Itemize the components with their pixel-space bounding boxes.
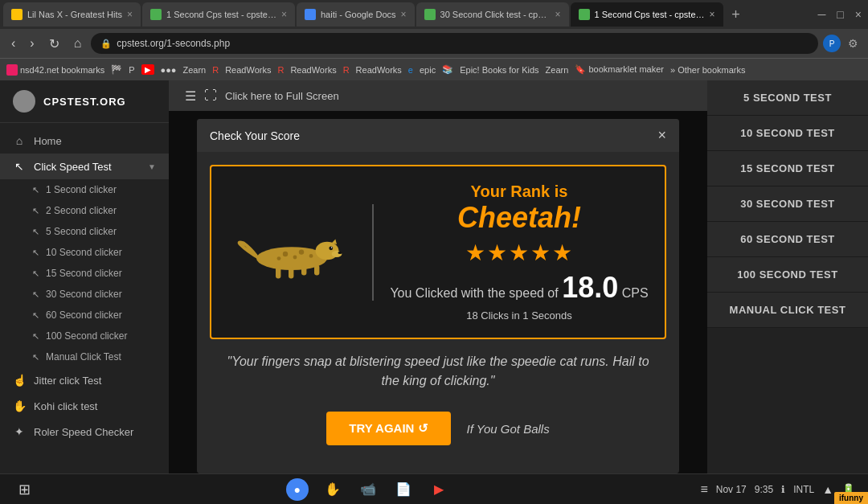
bookmark-bookmarklet[interactable]: 🔖 bookmarklet maker	[575, 64, 664, 75]
sidebar-subitem-10s[interactable]: ↖ 10 Second clicker	[0, 242, 169, 263]
new-tab-button[interactable]: +	[725, 3, 747, 26]
svg-point-10	[277, 256, 281, 260]
bookmark-epic-books-label[interactable]: Epic! Books for Kids	[460, 65, 538, 75]
sidebar-subitem-60s[interactable]: ↖ 60 Second clicker	[0, 305, 169, 326]
tab-4[interactable]: 30 Second Click test - cpstest... ×	[416, 2, 569, 27]
sidebar-subitem-5s[interactable]: ↖ 5 Second clicker	[0, 221, 169, 242]
expand-icon: ▼	[148, 162, 156, 171]
extensions-button[interactable]: ⚙	[844, 35, 862, 52]
tab-close-4[interactable]: ×	[555, 9, 561, 20]
bookmark-flag[interactable]: 🏁	[111, 64, 122, 75]
taskbar-center: ● ✋ 📹 📄 ▶	[35, 478, 700, 501]
home-icon: ⌂	[13, 134, 26, 147]
svg-point-9	[299, 249, 304, 254]
bookmark-dots[interactable]: ●●●	[161, 65, 177, 75]
tab-close-3[interactable]: ×	[401, 9, 407, 20]
bookmark-rw1[interactable]: R	[212, 65, 219, 75]
right-item-5s[interactable]: 5 SECOND TEST	[707, 80, 868, 116]
bookmark-epic-label[interactable]: epic	[420, 65, 436, 75]
bookmark-1[interactable]: nsd42.net bookmarks	[6, 64, 104, 76]
modal-title: Check Your Score	[210, 129, 300, 142]
sidebar-subitem-2s[interactable]: ↖ 2 Second clicker	[0, 200, 169, 221]
sidebar-item-jitter[interactable]: ☝ Jitter click Test	[0, 367, 169, 393]
sidebar-subitem-30s[interactable]: ↖ 30 Second clicker	[0, 284, 169, 305]
sidebar-item-click-speed[interactable]: ↖ Click Speed Test ▼	[0, 154, 169, 179]
taskbar-docs-icon[interactable]: 📄	[392, 478, 415, 501]
tab-3[interactable]: haiti - Google Docs ×	[297, 2, 415, 27]
bookmark-epic[interactable]: e	[408, 65, 413, 75]
bookmark-p[interactable]: P	[129, 65, 134, 75]
sidebar-item-roller[interactable]: ✦ Roler Speed Checker	[0, 419, 169, 445]
tab-2[interactable]: 1 Second Cps test - cpstest.or... ×	[142, 2, 295, 27]
jitter-label: Jitter click Test	[34, 375, 156, 387]
right-item-60s[interactable]: 60 SECOND TEST	[707, 222, 868, 257]
bookmark-more[interactable]: » Other bookmarks	[670, 65, 746, 75]
subitem-15s-label: 15 Second clicker	[46, 268, 122, 279]
svg-point-8	[293, 255, 297, 259]
quote-area: "Your fingers snap at blistering speed j…	[210, 339, 666, 404]
svg-point-1	[316, 241, 339, 259]
taskbar-touch-icon[interactable]: ✋	[321, 478, 344, 501]
window-controls: ─ □ ×	[814, 5, 865, 24]
right-item-10s[interactable]: 10 SECOND TEST	[707, 116, 868, 151]
maximize-button[interactable]: □	[833, 5, 846, 24]
sidebar-item-home[interactable]: ⌂ Home	[0, 128, 169, 154]
menu-icon[interactable]: ☰	[185, 88, 196, 104]
bookmark-rw3[interactable]: R	[343, 65, 350, 75]
address-bar[interactable]: 🔒 cpstest.org/1-seconds.php	[91, 33, 818, 54]
fullscreen-text[interactable]: Click here to Full Screen	[225, 90, 339, 102]
try-again-button[interactable]: TRY AGAIN ↺	[326, 412, 450, 445]
bookmark-rw2-label[interactable]: ReadWorks	[290, 65, 336, 75]
bookmark-rw2[interactable]: R	[277, 65, 284, 75]
tab-1[interactable]: Lil Nas X - Greatest Hits ×	[3, 2, 141, 27]
result-divider	[372, 204, 374, 301]
refresh-button[interactable]: ↻	[44, 33, 64, 55]
tab-close-5[interactable]: ×	[710, 9, 715, 20]
taskbar-menu-icon[interactable]: ≡	[700, 482, 707, 497]
sidebar-subitem-1s[interactable]: ↖ 1 Second clicker	[0, 179, 169, 200]
minimize-button[interactable]: ─	[814, 5, 829, 24]
tab-label-1: Lil Nas X - Greatest Hits	[27, 10, 122, 19]
bookmark-rw1-label[interactable]: ReadWorks	[225, 65, 271, 75]
tab-close-2[interactable]: ×	[281, 9, 287, 20]
tab-close-1[interactable]: ×	[127, 9, 133, 20]
subitem-5s-label: 5 Second clicker	[46, 226, 117, 237]
sidebar-item-kohi[interactable]: ✋ Kohi click test	[0, 393, 169, 419]
right-item-30s[interactable]: 30 SECOND TEST	[707, 186, 868, 222]
right-item-manual[interactable]: MANUAL CLICK TEST	[707, 293, 868, 328]
sidebar-subitem-15s[interactable]: ↖ 15 Second clicker	[0, 263, 169, 284]
taskbar-play-icon[interactable]: ▶	[428, 478, 450, 501]
close-window-button[interactable]: ×	[852, 5, 865, 24]
sidebar-subitem-100s[interactable]: ↖ 100 Second clicker	[0, 326, 169, 346]
taskbar-chrome-icon[interactable]: ●	[286, 478, 309, 501]
sidebar-nav: ⌂ Home ↖ Click Speed Test ▼ ↖ 1 Second c…	[0, 123, 169, 449]
home-button[interactable]: ⌂	[69, 33, 87, 54]
right-item-15s[interactable]: 15 SECOND TEST	[707, 151, 868, 186]
sidebar-subitem-manual[interactable]: ↖ Manual Click Test	[0, 346, 169, 367]
tab-favicon-3	[305, 9, 316, 20]
tab-label-2: 1 Second Cps test - cpstest.or...	[166, 10, 276, 19]
bookmark-zearn1[interactable]: Zearn	[182, 65, 206, 75]
cheetah-svg	[227, 219, 356, 283]
bookmark-youtube[interactable]: ▶	[141, 64, 154, 75]
svg-point-3	[331, 247, 333, 248]
taskbar-camera-icon[interactable]: 📹	[357, 478, 379, 501]
back-button[interactable]: ‹	[6, 33, 20, 54]
bookmark-zearn2[interactable]: Zearn	[546, 65, 569, 75]
taskbar-apps-button[interactable]: ⊞	[13, 478, 35, 501]
profile-button[interactable]: P	[823, 35, 841, 52]
wifi-icon: ▲	[822, 483, 833, 496]
bookmark-rw3-label[interactable]: ReadWorks	[356, 65, 402, 75]
bookmarks-bar: nsd42.net bookmarks 🏁 P ▶ ●●● Zearn R Re…	[0, 58, 868, 80]
right-item-100s[interactable]: 100 SECOND TEST	[707, 257, 868, 293]
main-area: ☰ ⛶ Click here to Full Screen Check Your…	[169, 80, 707, 473]
result-card: Your Rank is Cheetah! ★★★★★ You Clicked …	[210, 165, 666, 339]
bookmark-epic-books[interactable]: 📚	[442, 64, 453, 75]
cursor-sub-icon-100: ↖	[32, 331, 39, 342]
nav-bar: ‹ › ↻ ⌂ 🔒 cpstest.org/1-seconds.php P ⚙	[0, 29, 868, 58]
tab-bar: Lil Nas X - Greatest Hits × 1 Second Cps…	[0, 0, 868, 29]
modal-close-button[interactable]: ×	[657, 127, 666, 144]
forward-button[interactable]: ›	[25, 33, 39, 54]
lock-icon: 🔒	[100, 39, 112, 49]
tab-5[interactable]: 1 Second Cps test - cpstest.or... ×	[571, 2, 723, 27]
